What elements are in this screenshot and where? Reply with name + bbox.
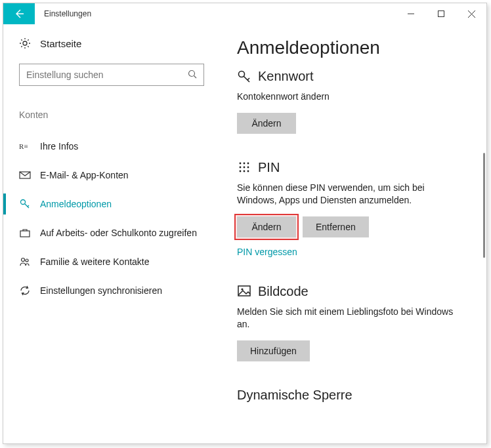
password-section: Kennwort Kontokennwort ändern Ändern (237, 69, 467, 134)
scrollbar[interactable] (483, 153, 485, 258)
section-header: Konten (19, 110, 204, 120)
svg-line-6 (194, 75, 197, 78)
mail-icon (19, 169, 31, 181)
svg-text:R≡: R≡ (19, 142, 28, 150)
svg-point-21 (240, 167, 242, 169)
password-desc: Kontokennwort ändern (237, 91, 467, 104)
dynamic-lock-title: Dynamische Sperre (237, 388, 352, 403)
person-icon: R≡ (19, 140, 31, 152)
dynamic-lock-section: Dynamische Sperre (237, 388, 467, 403)
close-button[interactable] (456, 3, 486, 24)
people-icon (19, 256, 31, 268)
search-input[interactable] (26, 70, 188, 80)
svg-point-13 (22, 258, 25, 262)
svg-line-11 (28, 205, 29, 207)
picture-password-section: Bildcode Melden Sie sich mit einem Liebl… (237, 284, 467, 361)
sidebar-item-work-school[interactable]: Auf Arbeits- oder Schulkonto zugreifen (19, 218, 204, 247)
nav-label: Anmeldeoptionen (40, 199, 112, 209)
titlebar: Einstellungen (3, 3, 486, 24)
password-title: Kennwort (258, 69, 314, 84)
sidebar-item-sign-in-options[interactable]: Anmeldeoptionen (19, 190, 204, 218)
page-title: Anmeldeoptionen (237, 37, 467, 58)
svg-point-18 (240, 163, 242, 165)
search-icon (188, 70, 197, 81)
svg-point-24 (240, 171, 242, 173)
sidebar: Startseite Konten R≡ Ihre Infos E-Mai (3, 24, 220, 443)
main-panel: Anmeldeoptionen Kennwort Kontokennwort ä… (220, 24, 486, 443)
svg-point-23 (247, 167, 249, 169)
sync-icon (19, 285, 31, 296)
password-change-button[interactable]: Ändern (237, 113, 296, 134)
picture-icon (237, 284, 251, 298)
search-box[interactable] (19, 64, 204, 86)
settings-window: Einstellungen Startseite (3, 3, 487, 444)
svg-point-5 (189, 70, 195, 76)
pin-desc: Sie können diese PIN verwenden, um sich … (237, 182, 467, 207)
key-icon (19, 198, 31, 210)
gear-icon (19, 37, 31, 49)
pin-pad-icon (237, 160, 251, 174)
svg-point-26 (247, 171, 249, 173)
sidebar-item-your-info[interactable]: R≡ Ihre Infos (19, 132, 204, 161)
nav-label: Ihre Infos (40, 141, 78, 152)
pin-section: PIN Sie können diese PIN verwenden, um s… (237, 160, 467, 258)
svg-rect-12 (20, 231, 30, 237)
svg-point-14 (26, 259, 28, 262)
window-title: Einstellungen (35, 3, 100, 24)
pin-forgot-link[interactable]: PIN vergessen (237, 247, 297, 257)
minimize-button[interactable] (396, 3, 426, 24)
nav-label: Familie & weitere Kontakte (40, 256, 150, 267)
back-button[interactable] (3, 3, 35, 24)
key-icon (237, 70, 251, 84)
nav-label: Einstellungen synchronisieren (40, 285, 162, 296)
svg-point-4 (23, 41, 27, 45)
svg-rect-27 (238, 286, 250, 296)
svg-point-9 (21, 200, 26, 205)
picture-title: Bildcode (258, 284, 309, 299)
sidebar-item-sync[interactable]: Einstellungen synchronisieren (19, 276, 204, 305)
pin-remove-button[interactable]: Entfernen (303, 216, 369, 237)
pin-change-button[interactable]: Ändern (237, 216, 296, 237)
maximize-button[interactable] (426, 3, 456, 24)
briefcase-icon (19, 227, 31, 239)
svg-point-25 (244, 171, 245, 173)
sidebar-item-email[interactable]: E-Mail- & App-Konten (19, 161, 204, 190)
window-controls (396, 3, 486, 24)
home-link[interactable]: Startseite (19, 37, 204, 49)
svg-point-19 (244, 163, 245, 165)
svg-point-22 (244, 167, 245, 169)
svg-point-20 (247, 163, 249, 165)
picture-add-button[interactable]: Hinzufügen (237, 340, 310, 361)
svg-rect-1 (438, 11, 444, 17)
nav-label: Auf Arbeits- oder Schulkonto zugreifen (40, 228, 197, 238)
picture-desc: Melden Sie sich mit einem Lieblingsfoto … (237, 306, 467, 331)
svg-line-17 (247, 78, 249, 80)
sidebar-item-family[interactable]: Familie & weitere Kontakte (19, 247, 204, 276)
nav-label: E-Mail- & App-Konten (40, 170, 129, 180)
pin-title: PIN (258, 160, 280, 175)
home-label: Startseite (40, 38, 81, 49)
